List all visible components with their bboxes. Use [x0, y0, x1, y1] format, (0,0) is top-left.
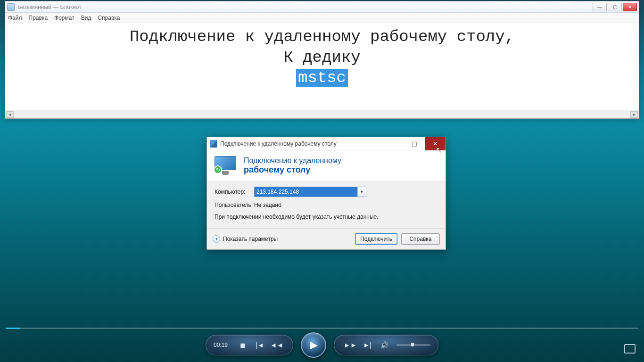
notepad-maximize-button[interactable]: ▢ [608, 3, 622, 11]
prev-button[interactable]: |◄ [253, 338, 266, 352]
rdp-close-button[interactable] [425, 137, 446, 150]
notepad-menubar: Файл Правка Формат Вид Справка [5, 13, 639, 23]
notepad-line1: Подключение к удаленному рабочему столу, [130, 28, 514, 46]
chevron-down-icon[interactable]: ▼ [357, 187, 366, 197]
play-button[interactable]: ▶ [301, 332, 326, 358]
menu-help[interactable]: Справка [98, 15, 120, 21]
video-seekbar-progress [6, 328, 20, 329]
scroll-right-icon[interactable]: ► [630, 111, 638, 118]
fullscreen-button[interactable] [624, 344, 636, 354]
computer-combobox[interactable]: 213.184.225.148 ▼ [254, 187, 366, 197]
rdp-app-icon [210, 140, 217, 148]
volume-slider[interactable] [396, 344, 430, 346]
rdp-banner: ↻ Подключение к удаленному рабочему стол… [207, 150, 446, 181]
rdp-banner-line2: рабочему столу [244, 165, 341, 175]
video-seekbar[interactable] [6, 328, 638, 329]
media-player-controls: 00:19 ◼ |◄ ◄◄ ▶ ►► ►| 🔊 [171, 333, 473, 357]
computer-value: 213.184.225.148 [255, 187, 357, 197]
notepad-selected-text: mstsc [296, 69, 348, 87]
notepad-titlebar[interactable]: Безымянный — Блокнот — ▢ ✕ [5, 1, 639, 13]
chevron-down-circle-icon: ▾ [213, 235, 220, 243]
rewind-button[interactable]: ◄◄ [270, 338, 283, 352]
scroll-left-icon[interactable]: ◄ [6, 111, 14, 118]
forward-button[interactable]: ►► [344, 338, 357, 352]
rdp-dialog: Подключение к удаленному рабочему столу … [206, 137, 446, 250]
menu-edit[interactable]: Правка [29, 15, 48, 21]
rdp-window-title: Подключение к удаленному рабочему столу [220, 140, 383, 147]
show-options-label: Показать параметры [223, 236, 278, 242]
notepad-close-button[interactable]: ✕ [623, 3, 637, 11]
rdp-connect-badge-icon: ↻ [214, 165, 222, 174]
computer-label: Компьютер: [215, 189, 254, 195]
show-options-toggle[interactable]: ▾ Показать параметры [213, 235, 278, 243]
rdp-body: Компьютер: 213.184.225.148 ▼ Пользовател… [207, 181, 446, 228]
notepad-title: Безымянный — Блокнот [17, 4, 82, 10]
volume-knob[interactable] [410, 342, 415, 347]
connect-button[interactable]: Подключить [355, 233, 397, 245]
stop-button[interactable]: ◼ [236, 338, 249, 352]
next-button[interactable]: ►| [361, 338, 374, 352]
rdp-maximize-button[interactable]: ▢ [404, 137, 425, 150]
rdp-banner-line1: Подключение к удаленному [244, 156, 341, 165]
rdp-footer: ▾ Показать параметры Подключить Справка [207, 228, 446, 249]
notepad-window: Безымянный — Блокнот — ▢ ✕ Файл Правка Ф… [5, 1, 639, 119]
user-value: Не задано [254, 202, 281, 208]
notepad-textarea[interactable]: Подключение к удаленному рабочему столу,… [5, 23, 639, 110]
notepad-minimize-button[interactable]: — [593, 3, 607, 11]
volume-icon[interactable]: 🔊 [378, 338, 391, 352]
rdp-minimize-button[interactable]: — [383, 137, 404, 150]
rdp-titlebar[interactable]: Подключение к удаленному рабочему столу … [207, 137, 446, 150]
menu-format[interactable]: Формат [54, 15, 74, 21]
notepad-h-scrollbar[interactable]: ◄ ► [5, 110, 639, 118]
rdp-hint-text: При подключении необходимо будет указать… [215, 213, 438, 221]
help-button[interactable]: Справка [401, 233, 440, 245]
notepad-line2: К дедику [283, 49, 360, 66]
rdp-monitor-icon: ↻ [215, 156, 237, 175]
notepad-app-icon [7, 3, 15, 11]
menu-file[interactable]: Файл [8, 15, 22, 21]
user-label: Пользователь: [215, 202, 254, 208]
menu-view[interactable]: Вид [81, 15, 91, 21]
playback-time: 00:19 [214, 342, 228, 348]
